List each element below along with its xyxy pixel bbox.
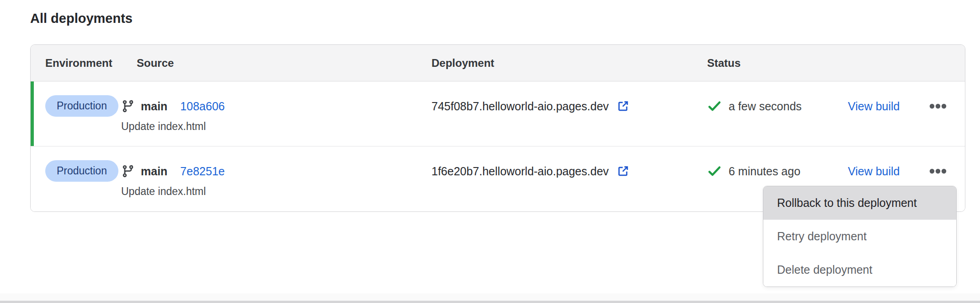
check-icon — [707, 164, 722, 179]
page-title: All deployments — [30, 11, 133, 26]
column-header-source: Source — [121, 57, 174, 69]
view-build-link[interactable]: View build — [848, 160, 900, 182]
view-build-link[interactable]: View build — [848, 95, 900, 117]
status-time: a few seconds — [729, 100, 802, 113]
check-icon — [707, 99, 722, 114]
commit-link[interactable]: 108a606 — [180, 100, 224, 113]
deployment-actions-menu: Rollback to this deployment Retry deploy… — [763, 186, 957, 287]
current-deployment-indicator — [31, 81, 34, 146]
deployment-url: 1f6e20b7.helloworld-aio.pages.dev — [431, 165, 609, 178]
environment-badge: Production — [45, 160, 118, 182]
branch-name: main — [141, 100, 167, 113]
branch-name: main — [141, 165, 167, 178]
git-branch-icon — [121, 99, 135, 113]
menu-item-rollback[interactable]: Rollback to this deployment — [763, 186, 956, 220]
table-header: Environment Source Deployment Status — [31, 45, 965, 81]
commit-message: Update index.html — [121, 184, 431, 198]
column-header-status: Status — [707, 57, 965, 70]
column-header-environment: Environment — [31, 57, 121, 70]
environment-badge: Production — [45, 95, 118, 117]
status-time: 6 minutes ago — [729, 165, 800, 178]
deployment-actions-button[interactable] — [929, 95, 947, 117]
menu-item-retry[interactable]: Retry deployment — [763, 220, 956, 253]
deployment-actions-button[interactable] — [929, 160, 947, 182]
deployment-url: 745f08b7.helloworld-aio.pages.dev — [431, 100, 609, 113]
menu-item-delete[interactable]: Delete deployment — [763, 253, 956, 287]
page-bottom-divider — [0, 293, 980, 303]
external-link-icon[interactable] — [616, 99, 630, 113]
table-row: Production main 108a606 Update index.htm… — [31, 81, 965, 146]
column-header-deployment: Deployment — [431, 57, 707, 70]
ellipsis-icon — [929, 103, 947, 109]
git-branch-icon — [121, 164, 135, 178]
external-link-icon[interactable] — [616, 164, 630, 178]
commit-message: Update index.html — [121, 119, 431, 133]
commit-link[interactable]: 7e8251e — [180, 165, 224, 178]
ellipsis-icon — [929, 168, 947, 174]
